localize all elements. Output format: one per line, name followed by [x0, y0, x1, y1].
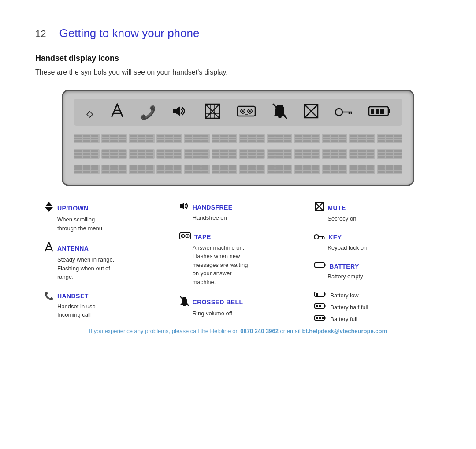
display-cell: [212, 149, 238, 159]
display-cell: [349, 134, 375, 143]
legend-item-mute: MUTE Secrecy on: [314, 202, 432, 223]
battery-half-icon: [314, 303, 326, 312]
svg-marker-40: [182, 203, 184, 209]
page-header: 12 Getting to know your phone: [35, 26, 441, 40]
legend-item-key: KEY Keypad lock on: [314, 233, 432, 252]
mute-label: MUTE: [327, 204, 346, 211]
battery-half-desc: Battery half full: [330, 304, 368, 311]
display-cell: [74, 134, 100, 143]
svg-rect-63: [319, 305, 321, 307]
legend-item-tape: TAPE Answer machine on.Flashes when newm…: [179, 232, 297, 287]
svg-rect-59: [316, 293, 318, 296]
display-cell: [156, 165, 182, 174]
svg-rect-55: [315, 263, 324, 267]
display-cell: [129, 149, 155, 159]
svg-rect-68: [322, 317, 324, 319]
display-antenna-icon: [111, 103, 123, 121]
legend-grid: UP/DOWN When scrollingthrough the menu: [44, 202, 432, 329]
display-cell: [129, 165, 155, 174]
handsfree-desc: Handsfree on: [179, 213, 297, 222]
display-cell: [74, 165, 100, 174]
display-cell: [322, 165, 348, 174]
battery-low-desc: Battery low: [330, 292, 358, 299]
page-container: 12 Getting to know your phone Handset di…: [0, 0, 476, 347]
display-cell: [156, 134, 182, 143]
footer-email: bt.helpdesk@vtecheurope.com: [302, 328, 387, 334]
display-cell: [322, 149, 348, 159]
legend-item-handset: 📞 HANDSET Handset in useIncoming call: [44, 291, 162, 319]
key-icon: [314, 233, 325, 242]
display-network-icon: [205, 103, 220, 121]
key-label: KEY: [328, 234, 342, 241]
display-grid-row-2: [74, 149, 402, 159]
display-mockup: ⬦ 📞: [62, 90, 414, 186]
display-grid-row-1: [74, 134, 402, 143]
display-cell: [129, 134, 155, 143]
display-crossedbell-icon: [272, 103, 287, 121]
legend-col-2: HANDSFREE Handsfree on: [179, 202, 297, 329]
svg-rect-66: [316, 317, 318, 319]
mute-desc: Secrecy on: [314, 214, 432, 223]
antenna-label: ANTENNA: [57, 245, 89, 252]
display-cell: [101, 165, 127, 174]
header-divider: [35, 43, 441, 43]
crossedbell-icon: [179, 296, 189, 308]
footer-phone: 0870 240 3962: [240, 328, 279, 334]
legend-item-handsfree: HANDSFREE Handsfree on: [179, 202, 297, 222]
handset-desc: Handset in useIncoming call: [44, 302, 162, 319]
display-mute-icon: [304, 104, 319, 121]
display-cell: [184, 149, 210, 159]
legend-item-antenna: ANTENNA Steady when in range.Flashing wh…: [44, 242, 162, 281]
display-cell: [101, 149, 127, 159]
display-cell: [377, 149, 403, 159]
display-handset-icon: 📞: [140, 106, 156, 119]
legend-item-battery: BATTERY Battery empty: [314, 262, 432, 281]
display-cell: [267, 149, 293, 159]
display-cell: [212, 165, 238, 174]
display-battery-icon: [368, 105, 390, 120]
legend-item-updown: UP/DOWN When scrollingthrough the menu: [44, 202, 162, 232]
display-grid-row-3: [74, 165, 402, 174]
handset-icon: 📞: [44, 291, 54, 301]
battery-low-icon: [314, 291, 326, 300]
svg-marker-5: [176, 106, 180, 116]
svg-point-16: [242, 110, 244, 112]
footer-text-middle: or email: [279, 328, 302, 334]
display-cell: [377, 165, 403, 174]
footer-text-before: If you experience any problems, please c…: [89, 328, 240, 334]
updown-desc: When scrollingthrough the menu: [44, 215, 162, 232]
display-cell: [239, 149, 265, 159]
display-cell: [349, 149, 375, 159]
battery-empty-desc: Battery empty: [314, 272, 432, 281]
display-cell: [349, 165, 375, 174]
battery-low-row: Battery low: [314, 291, 432, 300]
display-cell: [101, 134, 127, 143]
tape-icon: [179, 232, 191, 242]
display-icons-row: ⬦ 📞: [74, 99, 402, 126]
display-cell: [294, 165, 320, 174]
svg-point-44: [182, 235, 183, 236]
battery-label: BATTERY: [329, 263, 359, 270]
section-title: Handset display icons: [35, 54, 441, 63]
svg-marker-33: [45, 202, 53, 206]
updown-icon: [44, 202, 54, 214]
display-cell: [322, 134, 348, 143]
display-key-icon: [335, 105, 353, 120]
svg-point-45: [186, 235, 188, 236]
page-number: 12: [35, 28, 46, 40]
svg-rect-46: [183, 305, 186, 306]
section-description: These are the symbols you will see on yo…: [35, 68, 441, 76]
svg-rect-58: [324, 293, 326, 295]
display-cell: [74, 149, 100, 159]
battery-full-row: Battery full: [314, 314, 432, 324]
display-cell: [294, 149, 320, 159]
svg-marker-39: [180, 204, 182, 208]
crossedbell-desc: Ring volume off: [179, 309, 297, 318]
footer: If you experience any problems, please c…: [0, 328, 476, 334]
svg-point-24: [335, 109, 342, 116]
display-cell: [267, 165, 293, 174]
display-cell: [156, 149, 182, 159]
legend-col-1: UP/DOWN When scrollingthrough the menu: [44, 202, 162, 329]
legend-item-crossedbell: CROSSED BELL Ring volume off: [179, 296, 297, 318]
svg-rect-65: [324, 317, 326, 319]
